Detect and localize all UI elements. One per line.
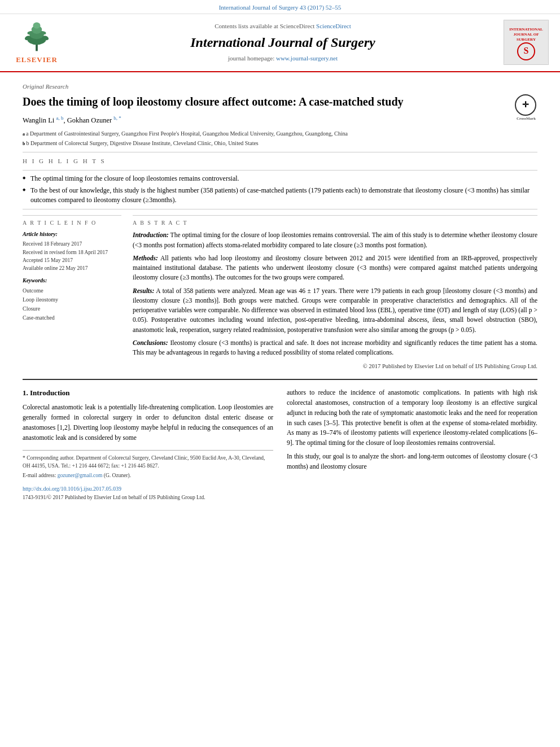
- abstract-box: A B S T R A C T Introduction: The optima…: [133, 215, 537, 371]
- keyword-3: Closure: [23, 304, 121, 313]
- article-title: Does the timing of loop ileostomy closur…: [23, 94, 537, 109]
- svg-text:INTERNATIONAL: INTERNATIONAL: [509, 27, 543, 32]
- intro-right-para-2: In this study, our goal is to analyze th…: [287, 452, 537, 472]
- article-info-title: A R T I C L E I N F O: [23, 219, 121, 227]
- keywords-label: Keywords:: [23, 277, 121, 285]
- affiliation-b: b b Department of Colorectal Surgery, Di…: [23, 139, 537, 147]
- received-revised-date: Received in revised form 18 April 2017: [23, 248, 121, 256]
- article-type: Original Research: [23, 78, 537, 91]
- article-history-label: Article history:: [23, 230, 121, 238]
- accepted-date: Accepted 15 May 2017: [23, 256, 121, 264]
- science-direct-link[interactable]: ScienceDirect: [316, 23, 351, 29]
- science-direct-text: Contents lists available at ScienceDirec…: [73, 22, 492, 30]
- crossmark-icon: ✛: [515, 94, 536, 116]
- author-wanglin: Wanglin Li a, b: [23, 116, 63, 124]
- journal-homepage-link[interactable]: www.journal-surgery.net: [276, 55, 338, 62]
- elsevier-logo: ELSEVIER: [11, 20, 62, 65]
- footnote-email-link[interactable]: gozuner@gmail.com: [58, 473, 103, 478]
- abstract-text: Introduction: The optimal timing for the…: [133, 230, 537, 371]
- highlight-item-2: To the best of our knowledge, this study…: [23, 186, 537, 205]
- ijs-logo-icon: INTERNATIONAL JOURNAL OF SURGERY S: [504, 20, 548, 64]
- highlights-section: H I G H L I G H T S The optimal timing f…: [23, 157, 537, 205]
- abstract-col: A B S T R A C T Introduction: The optima…: [133, 215, 537, 371]
- doi-link[interactable]: http://dx.doi.org/10.1016/j.ijsu.2017.05…: [23, 485, 273, 493]
- intro-para-1: Colorectal anastomotic leak is a potenti…: [23, 403, 273, 443]
- highlights-divider: [23, 170, 537, 171]
- article-dates: Received 18 February 2017 Received in re…: [23, 240, 121, 272]
- journal-logo-right: INTERNATIONAL JOURNAL OF SURGERY S: [504, 20, 549, 65]
- abstract-title: A B S T R A C T: [133, 219, 537, 227]
- crossmark-badge: ✛ CrossMark: [515, 94, 537, 117]
- abstract-results: Results: A total of 358 patients were an…: [133, 286, 537, 335]
- abstract-conclusions: Conclusions: Ileostomy closure (<3 month…: [133, 338, 537, 358]
- author-gokhan: Gokhan Ozuner b, *: [67, 116, 121, 124]
- received-date: Received 18 February 2017: [23, 240, 121, 248]
- main-content: Original Research Does the timing of loo…: [0, 72, 560, 513]
- svg-text:JOURNAL OF: JOURNAL OF: [514, 32, 539, 37]
- keyword-2: Loop ileostomy: [23, 295, 121, 304]
- abstract-methods: Methods: All patients who had loop ileos…: [133, 254, 537, 283]
- abstract-copyright: © 2017 Published by Elsevier Ltd on beha…: [133, 362, 537, 371]
- keyword-4: Case-matched: [23, 313, 121, 322]
- authors-line: Wanglin Li a, b, Gokhan Ozuner b, *: [23, 115, 537, 126]
- elsevier-label: ELSEVIER: [16, 55, 58, 65]
- journal-citation: International Journal of Surgery 43 (201…: [219, 4, 342, 11]
- journal-homepage: journal homepage: www.journal-surgery.ne…: [73, 54, 492, 63]
- svg-point-4: [33, 23, 41, 29]
- journal-header: ELSEVIER Contents lists available at Sci…: [0, 14, 560, 72]
- affiliation-a: a a Department of Gastrointestinal Surge…: [23, 129, 537, 138]
- top-bar: International Journal of Surgery 43 (201…: [0, 0, 560, 14]
- intro-section: 1. Introduction Colorectal anastomotic l…: [23, 388, 537, 501]
- journal-center: Contents lists available at ScienceDirec…: [62, 22, 504, 63]
- affiliations: a a Department of Gastrointestinal Surge…: [23, 129, 537, 147]
- keyword-1: Outcome: [23, 286, 121, 295]
- divider-1: [23, 152, 537, 152]
- highlight-item-1: The optimal timing for the closure of lo…: [23, 174, 537, 184]
- svg-text:SURGERY: SURGERY: [517, 37, 536, 42]
- journal-name: International Journal of Surgery: [73, 33, 492, 53]
- issn-text: 1743-9191/© 2017 Published by Elsevier L…: [23, 494, 273, 501]
- available-date: Available online 22 May 2017: [23, 264, 121, 272]
- footnote-email: E-mail address: gozuner@gmail.com (G. Oz…: [23, 471, 273, 479]
- affiliation-b-text: b Department of Colorectal Surgery, Dige…: [26, 139, 258, 147]
- divider-2: [23, 209, 537, 209]
- intro-right-text: authors to reduce the incidence of anast…: [287, 388, 537, 472]
- intro-left: 1. Introduction Colorectal anastomotic l…: [23, 388, 273, 501]
- affiliation-a-text: a Department of Gastrointestinal Surgery…: [26, 129, 348, 138]
- footnote-area: * Corresponding author. Department of Co…: [23, 450, 273, 480]
- footnote-corresponding: * Corresponding author. Department of Co…: [23, 454, 273, 470]
- elsevier-tree-icon: [17, 20, 56, 54]
- two-col-section: A R T I C L E I N F O Article history: R…: [23, 215, 537, 371]
- article-info-box: A R T I C L E I N F O Article history: R…: [23, 215, 121, 322]
- full-divider: [23, 379, 537, 380]
- highlights-title: H I G H L I G H T S: [23, 157, 537, 165]
- intro-right-para-1: authors to reduce the incidence of anast…: [287, 388, 537, 448]
- intro-left-text: Colorectal anastomotic leak is a potenti…: [23, 403, 273, 443]
- svg-text:S: S: [524, 46, 529, 55]
- intro-right: authors to reduce the incidence of anast…: [287, 388, 537, 501]
- article-info-col: A R T I C L E I N F O Article history: R…: [23, 215, 121, 371]
- intro-title: 1. Introduction: [23, 388, 273, 398]
- abstract-intro: Introduction: The optimal timing for the…: [133, 230, 537, 250]
